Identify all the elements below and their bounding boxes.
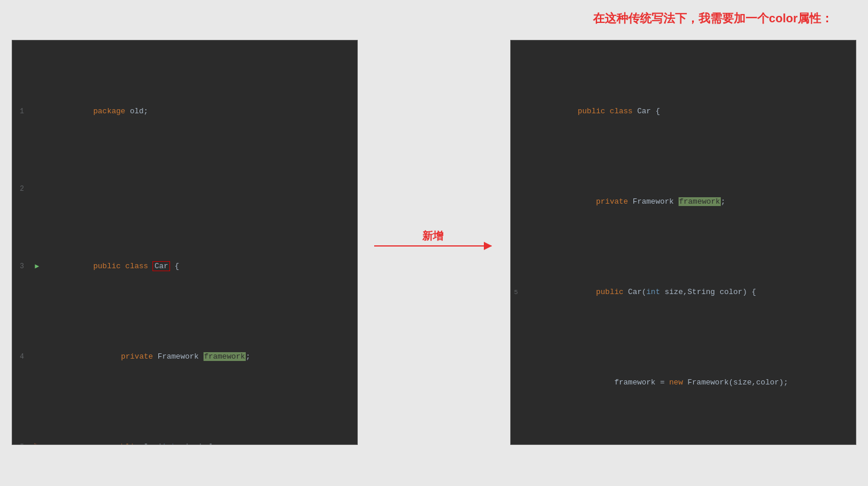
- left-code-area: 1 package old; 2 3 ▶ public class Car: [12, 41, 357, 445]
- right-content-2: private Framework framework;: [530, 183, 856, 221]
- code-line-5: 5 🔖 public Car(int size) {: [12, 428, 357, 445]
- line-content-4: private Framework framework;: [45, 338, 357, 376]
- left-code-panel: 1 package old; 2 3 ▶ public class Car: [12, 40, 358, 445]
- line-num-4: 4: [12, 350, 29, 363]
- code-line-3: 3 ▶ public class Car {: [12, 247, 357, 286]
- right-line-2: private Framework framework;: [511, 183, 856, 221]
- line-content-5: public Car(int size) {: [45, 428, 357, 445]
- right-line-4: framework = new Framework(size,color);: [511, 363, 856, 402]
- right-code-area: public class Car { private Framework fra…: [511, 41, 856, 445]
- right-content-1: public class Car {: [530, 92, 856, 131]
- top-annotation: 在这种传统写法下，我需要加一个color属性：: [593, 11, 833, 26]
- code-line-4: 4 private Framework framework;: [12, 338, 357, 376]
- exec-arrow-3: ▶: [35, 260, 39, 273]
- right-code-panel: public class Car { private Framework fra…: [510, 40, 856, 445]
- line-content-1: package old;: [45, 92, 357, 131]
- right-line-3: 5 public Car(int size,String color) {: [511, 273, 856, 312]
- line-num-3: 3: [12, 260, 29, 273]
- arrow-label: 新增: [422, 229, 443, 243]
- right-line-num-3: 5: [511, 286, 520, 299]
- line-num-1: 1: [12, 105, 29, 118]
- code-line-2: 2: [12, 183, 357, 195]
- code-line-1: 1 package old;: [12, 92, 357, 131]
- arrow-line: [374, 245, 491, 247]
- right-line-1: public class Car {: [511, 92, 856, 131]
- right-content-3: public Car(int size,String color) {: [530, 273, 856, 312]
- right-content-4: framework = new Framework(size,color);: [530, 363, 856, 402]
- page-container: 在这种传统写法下，我需要加一个color属性： 1 package old; 2…: [0, 0, 868, 486]
- line-content-3: public class Car {: [45, 247, 357, 286]
- arrow-container: 新增: [361, 229, 504, 247]
- line-num-2: 2: [12, 183, 29, 195]
- bookmark-5: 🔖: [33, 441, 40, 445]
- gutter-5: 🔖: [29, 441, 45, 445]
- gutter-3: ▶: [29, 260, 45, 273]
- line-num-5: 5: [12, 441, 29, 445]
